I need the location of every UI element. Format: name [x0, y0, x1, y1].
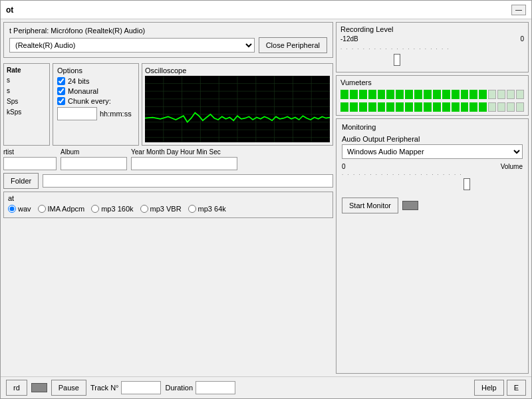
rate-values: s s Sps kSps — [7, 75, 47, 118]
duration-label: Duration — [165, 384, 193, 392]
radio-mp3-64k-input[interactable] — [188, 205, 196, 213]
start-monitor-button[interactable]: Start Monitor — [342, 198, 398, 213]
checkbox-24bits-row: 24 bits — [57, 77, 134, 85]
level-scale: -12dB 0 — [340, 35, 524, 43]
track-field: Track N° — [90, 381, 162, 394]
vu-seg — [479, 102, 487, 112]
rate-val-1: s — [7, 75, 47, 86]
vu-seg — [414, 102, 422, 112]
radio-mp3-160k: mp3 160k — [91, 205, 133, 213]
peripheral-row: (Realtek(R) Audio) Close Peripheral — [9, 37, 327, 53]
recording-level-section: Recording Level -12dB 0 · · · · · · · · … — [336, 22, 529, 72]
vu-seg — [461, 90, 469, 99]
volume-slider[interactable] — [342, 178, 523, 191]
folder-button[interactable]: Folder — [3, 173, 39, 189]
middle-row: Rate s s Sps kSps Options 24 bits — [3, 63, 333, 146]
checkbox-24bits-label: 24 bits — [68, 77, 89, 85]
vu-seg — [424, 102, 432, 112]
monitor-led-indicator — [402, 201, 418, 210]
radio-wav-input[interactable] — [8, 205, 16, 213]
monitor-btn-row: Start Monitor — [342, 198, 523, 213]
duration-input[interactable] — [196, 381, 235, 394]
folder-path-input[interactable]: C:\Users\merch\Music — [43, 174, 333, 188]
close-peripheral-button[interactable]: Close Peripheral — [259, 37, 327, 53]
vu-seg — [359, 102, 367, 112]
options-section: Options 24 bits Monaural Chunk every: — [53, 63, 139, 146]
vu-seg — [414, 90, 422, 99]
track-number-input[interactable] — [121, 381, 161, 394]
right-panel: Recording Level -12dB 0 · · · · · · · · … — [336, 22, 529, 374]
chunk-time-input[interactable]: 00:03:00 — [57, 107, 97, 120]
vu-seg-empty — [516, 102, 524, 112]
vu-seg — [442, 102, 450, 112]
vu-seg — [386, 102, 394, 112]
checkbox-chunk-label: Chunk every: — [68, 97, 111, 105]
vumeter-bar-1 — [340, 89, 524, 100]
folder-row: Folder C:\Users\merch\Music — [3, 173, 333, 189]
volume-row: 0 Volume — [342, 163, 523, 170]
vu-seg — [350, 90, 358, 99]
peripheral-dropdown[interactable]: (Realtek(R) Audio) — [9, 38, 255, 53]
window-controls: — — [511, 5, 526, 15]
metadata-row: rtist Album Year Month Day Hour Min Sec … — [3, 148, 333, 170]
help-button[interactable]: Help — [474, 380, 504, 396]
album-label: Album — [61, 148, 127, 156]
datetime-label: Year Month Day Hour Min Sec — [131, 148, 237, 156]
radio-wav: wav — [8, 205, 31, 213]
vu-seg — [461, 102, 469, 112]
rate-section: Rate s s Sps kSps — [3, 63, 50, 146]
level-tick-marks: · · · · · · · · · · · · · · · · · · · · — [340, 46, 450, 52]
radio-mp3-vbr-label: mp3 VBR — [150, 205, 182, 213]
recording-level-slider-container: · · · · · · · · · · · · · · · · · · · · — [340, 44, 524, 69]
vu-seg — [405, 90, 413, 99]
radio-mp3-64k-label: mp3 64k — [198, 205, 226, 213]
exit-button[interactable]: E — [507, 380, 526, 396]
oscilloscope-title: Oscilloscope — [145, 66, 330, 74]
duration-field: Duration — [165, 381, 235, 394]
vu-seg — [368, 102, 376, 112]
radio-mp3-64k: mp3 64k — [188, 205, 226, 213]
audio-output-dropdown[interactable]: Windows Audio Mapper — [342, 144, 523, 159]
vu-seg — [424, 90, 432, 99]
main-content: t Peripheral: Micrófono (Realtek(R) Audi… — [1, 19, 531, 376]
vu-seg — [405, 102, 413, 112]
vumeters-section: Vumeters — [336, 75, 529, 116]
vu-seg — [452, 102, 460, 112]
radio-mp3-vbr: mp3 VBR — [140, 205, 182, 213]
record-button[interactable]: rd — [6, 380, 27, 396]
format-section: at wav IMA Adpcm mp3 160k — [3, 192, 333, 218]
vu-seg — [479, 90, 487, 99]
radio-ima-input[interactable] — [38, 205, 46, 213]
radio-mp3-160k-input[interactable] — [91, 205, 99, 213]
vu-seg — [433, 102, 441, 112]
vu-seg-empty — [497, 90, 505, 99]
level-dots: · · · · · · · · · · · · · · · · · · · · — [340, 45, 524, 52]
datetime-input[interactable]: 2020_08_03_09_26_54 — [131, 157, 237, 170]
radio-mp3-vbr-input[interactable] — [140, 205, 148, 213]
checkbox-24bits[interactable] — [57, 77, 65, 85]
title-bar: ot — — [1, 1, 531, 19]
left-panel: t Peripheral: Micrófono (Realtek(R) Audi… — [3, 22, 333, 374]
pause-button[interactable]: Pause — [51, 380, 86, 396]
album-input[interactable] — [61, 157, 127, 170]
artist-input[interactable] — [3, 157, 57, 170]
level-min-label: -12dB — [340, 35, 358, 43]
checkbox-chunk-row: Chunk every: — [57, 97, 134, 105]
checkbox-chunk[interactable] — [57, 97, 65, 105]
bottom-bar: rd Pause Track N° Duration Help E — [1, 376, 531, 398]
chunk-time-row: 00:03:00 hh:mm:ss — [57, 107, 134, 120]
vu-seg — [396, 90, 404, 99]
checkbox-monaural[interactable] — [57, 87, 65, 95]
minimize-button[interactable]: — — [511, 5, 526, 15]
vu-seg — [359, 90, 367, 99]
vu-seg — [340, 90, 348, 99]
peripheral-label: t Peripheral: Micrófono (Realtek(R) Audi… — [9, 27, 327, 35]
audio-output-label: Audio Output Peripheral — [342, 135, 523, 143]
radio-ima-label: IMA Adpcm — [48, 205, 85, 213]
recording-level-slider[interactable] — [340, 53, 524, 66]
options-title: Options — [57, 66, 134, 74]
vu-seg-empty — [507, 90, 515, 99]
peripheral-section: t Peripheral: Micrófono (Realtek(R) Audi… — [3, 22, 333, 58]
format-radio-row: wav IMA Adpcm mp3 160k mp3 VBR — [8, 202, 329, 215]
rate-val-3: Sps — [7, 96, 47, 107]
